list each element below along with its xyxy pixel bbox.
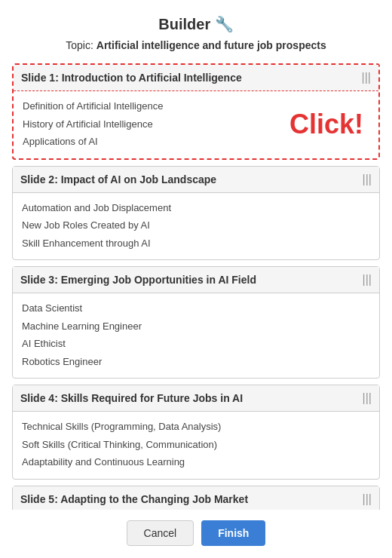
slide-3-title: Slide 3: Emerging Job Opportunities in A… [20, 274, 256, 286]
list-item: Data Scientist [22, 299, 370, 317]
slides-container: Slide 1: Introduction to Artificial Inte… [12, 63, 380, 510]
list-item: Skill Enhancement through AI [22, 235, 370, 253]
drag-handle-1[interactable]: ||| [362, 71, 371, 84]
slide-card-4[interactable]: Slide 4: Skills Required for Future Jobs… [12, 385, 380, 480]
slide-card-1[interactable]: Slide 1: Introduction to Artificial Inte… [12, 63, 380, 160]
list-item: Automation and Job Displacement [22, 199, 370, 217]
list-item: Technical Skills (Programming, Data Anal… [22, 418, 370, 436]
list-item: New Job Roles Created by AI [22, 216, 370, 235]
topic-label: Topic: [66, 39, 96, 51]
click-label: Click! [289, 109, 363, 140]
slide-2-body: Automation and Job Displacement New Job … [13, 193, 379, 260]
slide-4-header: Slide 4: Skills Required for Future Jobs… [13, 385, 379, 412]
slide-card-3[interactable]: Slide 3: Emerging Job Opportunities in A… [12, 266, 380, 379]
slide-1-header: Slide 1: Introduction to Artificial Inte… [14, 65, 378, 91]
topic-value: Artificial intelligence and future job p… [96, 39, 326, 51]
drag-handle-3[interactable]: ||| [363, 273, 372, 287]
list-item: Machine Learning Engineer [22, 317, 370, 336]
cancel-button[interactable]: Cancel [127, 520, 194, 546]
drag-handle-4[interactable]: ||| [363, 391, 372, 405]
slide-1-body: Definition of Artificial Intelligence Hi… [14, 91, 378, 158]
page-container: Builder 🔧 Topic: Artificial intelligence… [0, 0, 392, 558]
footer-buttons: Cancel Finish [127, 520, 266, 546]
list-item: Adaptability and Continuous Learning [22, 453, 370, 471]
list-item: Soft Skills (Critical Thinking, Communic… [22, 436, 370, 454]
slide-4-title: Slide 4: Skills Required for Future Jobs… [20, 392, 243, 404]
slide-3-header: Slide 3: Emerging Job Opportunities in A… [13, 267, 379, 293]
finish-button[interactable]: Finish [201, 520, 265, 546]
list-item: AI Ethicist [22, 335, 370, 353]
slide-1-title: Slide 1: Introduction to Artificial Inte… [21, 72, 242, 84]
drag-handle-5[interactable]: ||| [363, 492, 372, 506]
slide-card-5[interactable]: Slide 5: Adapting to the Changing Job Ma… [12, 486, 380, 510]
slide-4-body: Technical Skills (Programming, Data Anal… [13, 412, 379, 479]
slide-2-title: Slide 2: Impact of AI on Job Landscape [20, 173, 216, 185]
wrench-icon: 🔧 [215, 16, 234, 32]
topic-line: Topic: Artificial intelligence and futur… [66, 39, 326, 51]
slide-2-header: Slide 2: Impact of AI on Job Landscape |… [13, 167, 379, 193]
drag-handle-2[interactable]: ||| [363, 173, 372, 186]
page-title: Builder 🔧 [158, 15, 233, 33]
slide-3-body: Data Scientist Machine Learning Engineer… [13, 293, 379, 378]
list-item: Robotics Engineer [22, 353, 370, 371]
slide-card-2[interactable]: Slide 2: Impact of AI on Job Landscape |… [12, 166, 380, 261]
slide-5-title: Slide 5: Adapting to the Changing Job Ma… [20, 493, 248, 505]
slide-5-header: Slide 5: Adapting to the Changing Job Ma… [13, 486, 379, 510]
